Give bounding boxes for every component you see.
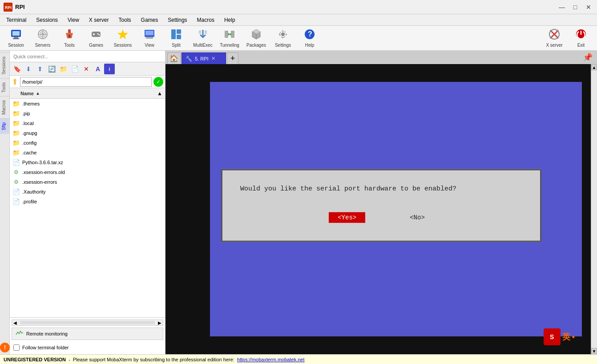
file-btn-info[interactable]: i xyxy=(104,64,115,74)
vscroll-track[interactable] xyxy=(591,70,597,348)
home-tab[interactable]: 🏠 xyxy=(167,53,181,64)
file-name: .cache xyxy=(22,150,163,155)
close-button[interactable]: ✕ xyxy=(584,2,593,12)
toolbar-xserver[interactable]: X server xyxy=(542,27,567,49)
toolbar-exit[interactable]: Exit xyxy=(569,27,593,49)
file-icon: 📄 xyxy=(12,159,20,166)
folder-icon: 📁 xyxy=(12,129,20,137)
toolbar-view[interactable]: View xyxy=(137,27,162,49)
exit-icon xyxy=(575,28,587,42)
list-item[interactable]: 📁 .gnupg xyxy=(10,128,165,138)
path-ok-btn[interactable]: ✓ xyxy=(153,77,163,87)
follow-terminal-checkbox[interactable] xyxy=(13,344,20,351)
file-btn-rename[interactable]: A xyxy=(93,64,103,74)
xserver-label: X server xyxy=(546,43,562,48)
toolbar-split[interactable]: Split xyxy=(164,27,189,49)
side-tab-sessions[interactable]: Sessions xyxy=(0,53,9,78)
scroll-left-btn[interactable]: ◀ xyxy=(12,320,18,325)
quick-connect-bar xyxy=(10,51,165,62)
list-item[interactable]: 📁 .local xyxy=(10,118,165,128)
terminal-content[interactable]: Would you like the serial port hardware … xyxy=(165,64,597,354)
dialog-yes-btn[interactable]: <Yes> xyxy=(329,212,365,223)
status-link[interactable]: https://mobaxterm.mobatek.net xyxy=(237,357,305,362)
vscroll-up[interactable]: ▲ xyxy=(591,64,597,70)
session-label: Session xyxy=(8,43,24,48)
file-btn-upload[interactable]: ⬆ xyxy=(35,64,45,74)
unregistered-label: UNREGISTERED VERSION xyxy=(4,357,66,362)
file-btn-folder[interactable]: 📁 xyxy=(58,64,69,74)
side-tab-sftp[interactable]: Sftp xyxy=(0,118,9,134)
toolbar-tools[interactable]: Tools xyxy=(57,27,82,49)
path-input[interactable] xyxy=(20,77,152,87)
list-item[interactable]: 📄 Python-3.6.6.tar.xz xyxy=(10,158,165,167)
follow-terminal-label[interactable]: Follow terminal folder xyxy=(22,345,69,350)
menu-help[interactable]: Help xyxy=(220,16,240,24)
menu-sessions[interactable]: Sessions xyxy=(32,16,62,24)
pin-icon[interactable]: 📌 xyxy=(583,53,593,62)
list-item[interactable]: ⚙ .xsession-errors.old xyxy=(10,167,165,177)
list-item[interactable]: 📁 .config xyxy=(10,138,165,148)
minimize-button[interactable]: — xyxy=(557,2,567,12)
menu-xserver[interactable]: X server xyxy=(85,16,113,24)
status-bar: UNREGISTERED VERSION - Please support Mo… xyxy=(0,354,597,364)
title-bar: RPI RPI — □ ✕ xyxy=(0,0,597,14)
scroll-track[interactable] xyxy=(20,321,155,324)
col-name-header[interactable]: Name ▲ xyxy=(20,91,157,96)
file-icon-green: ⚙ xyxy=(12,169,20,175)
file-btn-refresh[interactable]: 🔄 xyxy=(46,64,57,74)
list-item[interactable]: 📁 .pip xyxy=(10,109,165,118)
menu-bar: Terminal Sessions View X server Tools Ga… xyxy=(0,14,597,26)
svg-point-18 xyxy=(99,34,100,36)
maximize-button[interactable]: □ xyxy=(570,2,580,12)
tab-icon: 🔧 xyxy=(186,56,192,62)
file-name: Python-3.6.6.tar.xz xyxy=(22,160,163,165)
toolbar-tunneling[interactable]: Tunneling xyxy=(217,27,242,49)
svg-rect-25 xyxy=(177,29,181,34)
file-btn-bookmark[interactable]: 🔖 xyxy=(12,64,22,74)
split-icon xyxy=(170,28,182,42)
vscroll-down[interactable]: ▼ xyxy=(591,348,597,354)
svg-rect-23 xyxy=(145,36,154,37)
add-tab-btn[interactable]: + xyxy=(227,53,238,64)
path-icon: ⬆ xyxy=(12,77,18,87)
toolbar-session[interactable]: Session xyxy=(4,27,28,49)
toolbar-settings[interactable]: Settings xyxy=(270,27,295,49)
menu-games[interactable]: Games xyxy=(137,16,163,24)
menu-view[interactable]: View xyxy=(63,16,84,24)
menu-settings[interactable]: Settings xyxy=(163,16,191,24)
terminal-left-bar xyxy=(165,82,210,336)
list-item[interactable]: 📄 .profile xyxy=(10,197,165,206)
terminal-area: 🏠 🔧 5. RPI ✕ + 📌 Would you like the seri… xyxy=(165,51,597,354)
sogou-text: 英 xyxy=(562,332,570,342)
toolbar-servers[interactable]: Servers xyxy=(30,27,55,49)
quick-connect-input[interactable] xyxy=(10,52,165,61)
side-tab-macros[interactable]: Macros xyxy=(0,96,9,118)
settings-icon xyxy=(277,28,289,42)
file-btn-download[interactable]: ⬇ xyxy=(23,64,34,74)
list-item[interactable]: 📄 .Xauthority xyxy=(10,187,165,197)
menu-terminal[interactable]: Terminal xyxy=(2,16,31,24)
menu-macros[interactable]: Macros xyxy=(193,16,219,24)
notifications-icon[interactable]: ! xyxy=(0,343,10,352)
file-btn-delete[interactable]: ✕ xyxy=(81,64,92,74)
toolbar-sessions[interactable]: Sessions xyxy=(110,27,135,49)
menu-tools[interactable]: Tools xyxy=(114,16,136,24)
dialog-no-btn[interactable]: <No> xyxy=(401,212,434,223)
toolbar-games[interactable]: Games xyxy=(84,27,109,49)
list-item[interactable]: 📁 .cache xyxy=(10,148,165,158)
rpi-tab[interactable]: 🔧 5. RPI ✕ xyxy=(182,53,226,64)
side-tab-tools[interactable]: Tools xyxy=(0,78,9,96)
toolbar-multiexec[interactable]: MultiExec xyxy=(190,27,215,49)
list-item[interactable]: 📁 .themes xyxy=(10,99,165,109)
tab-close-btn[interactable]: ✕ xyxy=(211,56,215,61)
col-collapse-btn[interactable]: ▲ xyxy=(157,90,163,97)
terminal-bottom-bar xyxy=(165,336,591,354)
toolbar-help[interactable]: ? Help xyxy=(297,27,322,49)
toolbar-packages[interactable]: Packages xyxy=(244,27,269,49)
tunneling-icon xyxy=(224,28,235,42)
scroll-right-btn[interactable]: ▶ xyxy=(157,320,163,325)
file-list-header: Name ▲ ▲ xyxy=(10,88,165,99)
remote-monitoring-button[interactable]: Remote monitoring xyxy=(12,328,163,340)
file-btn-newfile[interactable]: 📄 xyxy=(69,64,80,74)
list-item[interactable]: ⚙ .xsession-errors xyxy=(10,177,165,187)
